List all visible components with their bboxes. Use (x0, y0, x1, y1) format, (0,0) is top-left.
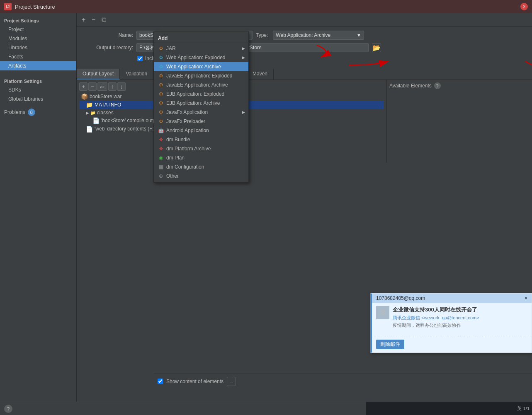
type-dropdown[interactable]: Web Application: Archive ▼ (273, 31, 364, 40)
menu-item-android-app[interactable]: 🤖 Android Application (154, 126, 248, 135)
notification-email: 1078682405@qq.com (376, 295, 425, 301)
notification-popup: 1078682405@qq.com × ✉ 企业微信支持300人同时在线开会了 … (370, 293, 532, 353)
menu-item-javaee-exploded[interactable]: ⚙ JavaEE Application: Exploded (154, 71, 248, 80)
tree-node-classes-label: classes (97, 110, 114, 116)
tree-node-mata-label: MATA-INFO (95, 102, 121, 108)
notification-sender: 腾讯企业微信 <wework_qa@tencent.com> (393, 315, 527, 321)
menu-item-ejb-archive-label: EJB Application: Archive (166, 100, 220, 106)
help-icon[interactable]: ? (434, 82, 441, 89)
menu-item-jar[interactable]: ⚙ JAR (154, 44, 248, 53)
notification-icon: ✉ (376, 306, 389, 319)
sidebar-item-modules[interactable]: Modules (0, 34, 76, 43)
notification-description: 疫情期间，远程办公也能高效协作 (393, 322, 527, 328)
tree-remove-button[interactable]: − (88, 82, 97, 91)
tree-area: + − az ↑ ↓ 📦 bookStore.war 📁 MATA-INFO ▶… (77, 80, 532, 163)
javafx-preloader-icon: ⚙ (158, 118, 164, 124)
menu-item-dm-config-label: dm Configuration (166, 164, 204, 170)
menu-item-other-label: Other (166, 173, 179, 179)
notification-close-button[interactable]: × (525, 295, 527, 301)
add-button[interactable]: + (79, 15, 88, 24)
menu-item-web-exploded-label: Web Application: Exploded (166, 55, 226, 60)
menu-item-javaee-exploded-label: JavaEE Application: Exploded (166, 73, 232, 79)
notification-footer: 删除邮件 (372, 338, 532, 352)
more-options-button[interactable]: ... (227, 377, 236, 386)
tree-node-war-label: bookStore.war (90, 94, 121, 99)
show-content-checkbox[interactable] (158, 379, 163, 384)
notification-header: 1078682405@qq.com × (372, 294, 532, 303)
problems-badge: 8 (28, 109, 35, 116)
sidebar-item-artifacts[interactable]: Artifacts (0, 61, 76, 70)
system-tray: 英 1/1 (366, 402, 532, 415)
tree-down-button[interactable]: ↓ (117, 82, 126, 91)
war-icon: 📦 (81, 93, 88, 100)
sidebar: Project Settings Project Modules Librari… (0, 13, 77, 402)
menu-item-dm-platform[interactable]: ❖ dm Platform Archive (154, 144, 248, 153)
web-exploded-icon: ⚙ (158, 55, 164, 60)
include-in-build-checkbox[interactable] (137, 56, 143, 61)
menu-item-web-exploded[interactable]: ⚙ Web Application: Exploded (154, 53, 248, 62)
show-content-label: Show content of elements (166, 379, 223, 384)
menu-item-javafx-app[interactable]: ⚙ JavaFx Application (154, 108, 248, 117)
close-button[interactable]: × (520, 3, 528, 10)
menu-item-web-archive[interactable]: ⚙ Web Application: Archive (154, 62, 248, 71)
menu-item-javaee-archive[interactable]: ⚙ JavaEE Application: Archive (154, 80, 248, 89)
menu-item-javafx-app-label: JavaFx Application (166, 109, 208, 115)
sidebar-item-facets[interactable]: Facets (0, 52, 76, 61)
sidebar-item-libraries[interactable]: Libraries (0, 43, 76, 52)
menu-item-ejb-archive[interactable]: ⚙ EJB Application: Archive (154, 99, 248, 108)
menu-item-dm-platform-label: dm Platform Archive (166, 146, 211, 152)
input-method-indicator: 英 (517, 405, 522, 412)
other-icon: ⊕ (158, 173, 164, 179)
menu-item-other[interactable]: ⊕ Other (154, 171, 248, 181)
javaee-exploded-icon: ⚙ (158, 73, 164, 79)
help-button[interactable]: ? (4, 405, 12, 413)
page-indicator: 1/1 (523, 406, 530, 411)
sidebar-item-global-libraries[interactable]: Global Libraries (0, 94, 76, 104)
javafx-app-icon: ⚙ (158, 109, 164, 115)
sidebar-item-project[interactable]: Project (0, 25, 76, 34)
project-settings-heading: Project Settings (0, 15, 76, 25)
name-row: Name: Type: Web Application: Archive ▼ (83, 31, 525, 40)
android-app-icon: 🤖 (158, 128, 164, 133)
available-elements-header: Available Elements ? (389, 82, 530, 89)
type-label: Type: (256, 32, 268, 38)
tab-output-layout[interactable]: Output Layout (77, 69, 120, 80)
sidebar-item-problems[interactable]: Problems 8 (0, 107, 76, 118)
ejb-archive-icon: ⚙ (158, 100, 164, 106)
menu-item-ejb-exploded[interactable]: ⚙ EJB Application: Exploded (154, 89, 248, 99)
delete-email-button[interactable]: 删除邮件 (376, 340, 404, 349)
tree-sort-button[interactable]: az (97, 82, 107, 91)
menu-item-dm-config[interactable]: ▦ dm Configuration (154, 162, 248, 171)
menu-item-dm-plan[interactable]: ◉ dm Plan (154, 153, 248, 162)
tree-add-button[interactable]: + (79, 82, 87, 91)
jar-icon: ⚙ (158, 46, 164, 51)
tab-maven[interactable]: Maven (247, 69, 274, 80)
menu-item-javaee-archive-label: JavaEE Application: Archive (166, 82, 228, 88)
menu-item-javafx-preloader-label: JavaFx Preloader (166, 118, 205, 124)
browse-button[interactable]: 📂 (372, 43, 381, 52)
menu-item-javafx-preloader[interactable]: ⚙ JavaFx Preloader (154, 117, 248, 126)
notification-content: 企业微信支持300人同时在线开会了 腾讯企业微信 <wework_qa@tenc… (393, 306, 527, 331)
copy-button[interactable]: ⧉ (99, 15, 108, 24)
chevron-down-icon: ▼ (356, 32, 361, 38)
output-dir-label: Output directory: (83, 45, 133, 51)
javaee-archive-icon: ⚙ (158, 82, 164, 88)
tree-right-panel: Available Elements ? (387, 80, 532, 163)
web-archive-icon: ⚙ (158, 64, 164, 70)
remove-button[interactable]: − (89, 15, 98, 24)
window-title: Project Structure (15, 4, 520, 10)
sidebar-item-sdks[interactable]: SDKs (0, 85, 76, 94)
notification-title: 企业微信支持300人同时在线开会了 (393, 306, 527, 314)
menu-item-dm-bundle[interactable]: ❖ dm Bundle (154, 135, 248, 144)
type-value: Web Application: Archive (276, 32, 330, 38)
menu-item-jar-label: JAR (166, 46, 176, 51)
tab-validation[interactable]: Validation (120, 69, 153, 80)
compile-icon: 📄 (92, 117, 100, 124)
name-label: Name: (83, 32, 133, 38)
tree-up-button[interactable]: ↑ (108, 82, 117, 91)
platform-settings-heading: Platform Settings (0, 75, 76, 85)
content-toolbar: + − ⧉ (77, 13, 532, 27)
form-area: Name: Type: Web Application: Archive ▼ O… (77, 27, 532, 69)
notification-divider (372, 336, 532, 336)
title-bar: IJ Project Structure × (0, 0, 532, 13)
